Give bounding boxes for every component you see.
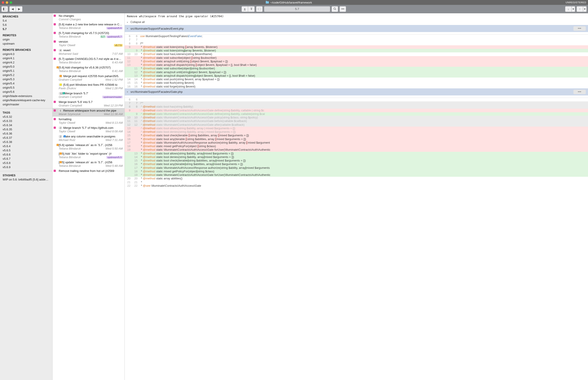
sidebar-tag-item[interactable]: v5.6.7 [0,157,52,161]
branch-selector[interactable]: 5.7 [264,6,330,12]
sidebar-tag-item[interactable]: v5.6.5 [0,148,52,152]
back-button[interactable]: ◀ [9,6,16,12]
code-line: * @method static void subscribe(object|s… [139,67,588,70]
commit-item[interactable]: 2Merge branch '5.7' of https://github.co… [53,125,125,134]
new-line-number: 6 [132,35,139,38]
commit-item[interactable]: [5.5] update `release.sh` as in `5.7`. (… [53,160,125,168]
sidebar-tag-item[interactable]: v5.6.35 [0,127,52,132]
sidebar-tag-item[interactable]: v5.6.37 [0,136,52,140]
commit-author: Mohamed Said [59,52,112,56]
more-button[interactable]: ••• [339,6,346,12]
sidebar-remote-branch-item[interactable]: origin/blade-extensions [0,94,52,98]
commit-item[interactable]: 6Remove whitespace from around the pipeM… [53,108,125,117]
terminal-button[interactable] [256,6,263,12]
branch-display: 5.7 [295,7,299,11]
sidebar-tag-item[interactable]: v5.6.4 [0,144,52,148]
sidebar-remote-branch-item[interactable]: origin/5.0 [0,64,52,69]
sidebar-tag-item[interactable]: v5.6.33 [0,119,52,123]
maximize-window-icon[interactable] [10,1,12,4]
remotes-header: REMOTES [0,33,52,37]
sidebar-tag-item[interactable]: v5.6.34 [0,123,52,127]
collapse-up-menu[interactable]: ▾ [583,6,587,12]
file-header[interactable]: src/Illuminate/Support/Facades/Gate.php•… [125,88,588,95]
commit-title: 6[5.6] port Windows test fixes PR #25646… [59,83,123,86]
sidebar-remote-branch-item[interactable]: origin/4.1 [0,56,52,60]
collapse-down-menu[interactable]: ▾ [572,6,575,12]
commit-item[interactable]: 2make any column searchable in postgresM… [53,134,125,143]
commit-item[interactable]: [5.5] Add `/bin` folder to `export-ignor… [53,151,125,160]
commit-item[interactable]: [5.6] make a 2 new line before new relea… [53,22,125,31]
commit-item[interactable]: [5.6] update `release.sh` as in `5.7`. (… [53,143,125,151]
commit-author: Tetiana Blindaruk [59,147,106,150]
sidebar-remote-item[interactable]: origin [0,37,52,41]
commit-item[interactable]: Remove trailing newline from hot url (#2… [53,168,125,174]
minimize-window-icon[interactable] [6,1,8,4]
sidebar-branch-item[interactable]: 5.7 [0,27,52,31]
commit-count-badge: 6 [59,109,62,112]
commit-item[interactable]: No changesCommit Changes [53,13,125,22]
sidebar-tag-item[interactable]: v5.6.6 [0,152,52,157]
commit-title: [5.7] Add changelog for v5.7.5 (#25720) [59,31,123,35]
sidebar-stash-item[interactable]: WIP on 5.6: b4b89adf5 [5.6] added m [0,177,52,182]
new-line-number: 8 [132,105,139,109]
commit-item[interactable]: 6Merge pull request #25705 from pahan35/… [53,74,125,82]
collapse-up-button[interactable]: ↑ [576,6,583,12]
commit-item[interactable]: [5.7] update CHANGELOG-5.7.md style as i… [53,56,125,65]
sidebar-tag-item[interactable]: v5.6.32 [0,115,52,119]
sidebar-toggle-button[interactable] [1,6,8,12]
commit-item[interactable]: [5.7] Add changelog for v5.7.5 (#25720)T… [53,31,125,39]
file-header[interactable]: src/Illuminate/Support/Facades/Event.php… [125,25,588,32]
file-actions-button[interactable]: ••• [573,90,586,94]
commit-node-icon [54,15,56,17]
collapse-all-button[interactable]: Collapse all [125,19,588,25]
commit-node-icon [63,92,65,94]
sidebar-remote-item[interactable]: upstream [0,41,52,46]
commit-item[interactable]: versionTaylor Otwellv5.7.5 [53,39,125,48]
sidebar-remote-branch-item[interactable]: origin/feature/eloquent-cache-key [0,98,52,102]
old-line-number: 9 [125,45,132,49]
commit-item[interactable]: 12Merge branch '5.7'Graham Campbellupstr… [53,91,125,99]
commit-author: Tetiana Blindaruk [59,26,106,30]
sidebar-remote-branch-item[interactable]: origin/master [0,102,52,107]
sidebar-tag-item[interactable]: v5.6.38 [0,140,52,144]
sidebar-tag-item[interactable]: v5.6.36 [0,132,52,136]
sidebar-remote-branch-item[interactable]: origin/5.4 [0,81,52,85]
search-button[interactable] [332,6,338,12]
code-line: * @method static void listen(string|arra… [139,49,588,52]
commit-item[interactable]: 4revertMohamed Said7:07 AM [53,48,125,56]
pull-button[interactable] [241,6,248,12]
commit-list[interactable]: No changesCommit Changes[5.6] make a 2 n… [53,13,125,380]
sidebar-remote-branch-item[interactable]: origin/4.2 [0,60,52,64]
sidebar-remote-branch-item[interactable]: origin/5.6 [0,90,52,94]
commit-time: 7:07 AM [112,52,123,56]
commit-item[interactable]: [5.6] Add changelog for v5.6.36 (#25707)… [53,65,125,74]
file-actions-button[interactable]: ••• [573,26,586,31]
sidebar-tag-item[interactable]: v5.6.9 [0,165,52,169]
new-line-number: 18 [132,170,139,173]
sidebar-remote-branch-item[interactable]: origin/5.1 [0,69,52,73]
sidebar-remote-branch-item[interactable]: origin/4.0 [0,52,52,56]
new-line-number: 13 [132,152,139,155]
sidebar-remote-branch-item[interactable]: origin/5.2 [0,73,52,77]
commit-item[interactable]: Merge branch '5.6' into 5.7Graham Campbe… [53,99,125,108]
sidebar-branch-item[interactable]: 5.4 [0,19,52,23]
new-line-number: 15 [132,159,139,162]
old-line-number: 16 [125,137,132,141]
commit-title: 6Merge pull request #25705 from pahan35/… [59,75,123,78]
sidebar-remote-branch-item[interactable]: origin/5.3 [0,77,52,81]
close-window-icon[interactable] [2,1,4,4]
forward-button[interactable]: ▶ [16,6,22,12]
commit-item[interactable]: 6[5.6] port Windows test fixes PR #25646… [53,82,125,91]
commit-item[interactable]: formattingTaylor OtwellWed 8:13 AM [53,117,125,125]
commit-author: Tetiana Blindaruk [59,155,106,159]
commit-node-icon [60,75,62,77]
sidebar-branch-item[interactable]: 5.6 [0,23,52,27]
old-line-number: 19 [125,148,132,152]
sidebar-tag-item[interactable]: v5.6.8 [0,161,52,165]
code-line: * @method static bool hasListeners(strin… [139,52,588,56]
new-line-number: 16 [132,162,139,166]
commit-count-badge: 4 [59,49,62,52]
collapse-down-button[interactable]: ↓ [565,6,572,12]
sidebar-remote-branch-item[interactable]: origin/5.5 [0,85,52,90]
push-button[interactable] [248,6,255,12]
